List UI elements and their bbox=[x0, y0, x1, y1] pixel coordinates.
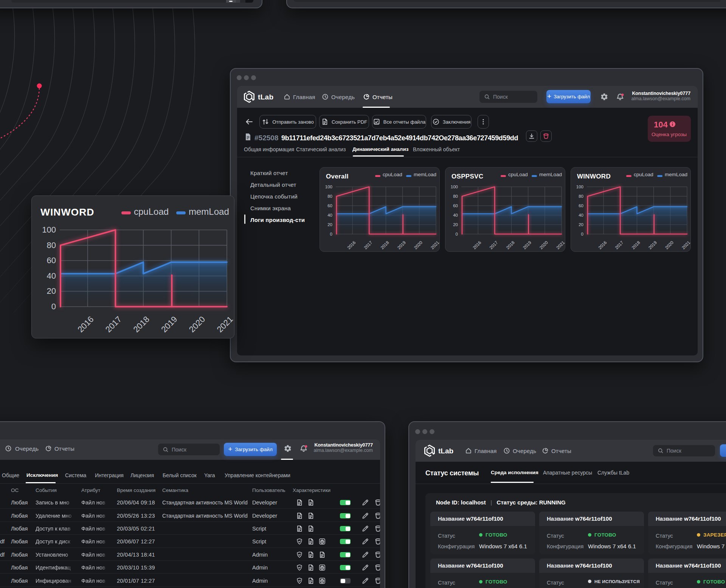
svg-text:2020: 2020 bbox=[413, 240, 424, 250]
svg-text:2016: 2016 bbox=[76, 315, 95, 334]
svg-text:60: 60 bbox=[453, 203, 458, 208]
svg-text:2021: 2021 bbox=[681, 240, 691, 250]
svg-text:20: 20 bbox=[47, 286, 56, 296]
svg-text:20: 20 bbox=[453, 222, 458, 227]
svg-text:80: 80 bbox=[327, 194, 332, 199]
svg-text:100: 100 bbox=[325, 185, 332, 189]
svg-text:40: 40 bbox=[47, 271, 56, 281]
svg-text:80: 80 bbox=[47, 240, 56, 250]
svg-text:60: 60 bbox=[327, 203, 332, 208]
svg-text:80: 80 bbox=[453, 194, 458, 199]
svg-text:2017: 2017 bbox=[363, 240, 373, 250]
svg-text:2021: 2021 bbox=[430, 240, 440, 250]
svg-text:2016: 2016 bbox=[472, 240, 482, 250]
svg-text:0: 0 bbox=[330, 232, 332, 236]
svg-text:0: 0 bbox=[51, 302, 56, 311]
svg-text:2018: 2018 bbox=[505, 240, 515, 250]
svg-text:0: 0 bbox=[456, 232, 458, 236]
svg-text:2020: 2020 bbox=[539, 240, 549, 250]
svg-text:2019: 2019 bbox=[648, 240, 658, 250]
svg-text:40: 40 bbox=[327, 213, 332, 217]
svg-text:2018: 2018 bbox=[380, 240, 390, 250]
svg-text:40: 40 bbox=[453, 213, 458, 217]
svg-text:2018: 2018 bbox=[132, 315, 151, 334]
svg-text:2021: 2021 bbox=[555, 240, 566, 250]
svg-text:2017: 2017 bbox=[489, 240, 499, 250]
svg-text:2019: 2019 bbox=[522, 240, 532, 250]
svg-text:20: 20 bbox=[579, 222, 583, 227]
svg-text:20: 20 bbox=[327, 222, 332, 227]
svg-text:2020: 2020 bbox=[187, 315, 207, 334]
svg-text:100: 100 bbox=[451, 185, 458, 189]
svg-text:0: 0 bbox=[581, 232, 583, 236]
svg-text:2021: 2021 bbox=[215, 315, 235, 334]
svg-text:2017: 2017 bbox=[104, 315, 123, 334]
svg-text:60: 60 bbox=[579, 203, 583, 208]
svg-text:2019: 2019 bbox=[397, 240, 407, 250]
svg-text:2018: 2018 bbox=[631, 240, 641, 250]
svg-text:40: 40 bbox=[579, 213, 583, 217]
svg-text:100: 100 bbox=[42, 225, 56, 234]
svg-text:80: 80 bbox=[579, 194, 583, 199]
svg-text:60: 60 bbox=[47, 256, 56, 265]
svg-text:2019: 2019 bbox=[159, 315, 179, 334]
svg-text:2016: 2016 bbox=[346, 240, 357, 250]
svg-text:2020: 2020 bbox=[664, 240, 675, 250]
svg-text:100: 100 bbox=[576, 185, 583, 189]
svg-text:2016: 2016 bbox=[597, 240, 608, 250]
svg-text:2017: 2017 bbox=[614, 240, 624, 250]
